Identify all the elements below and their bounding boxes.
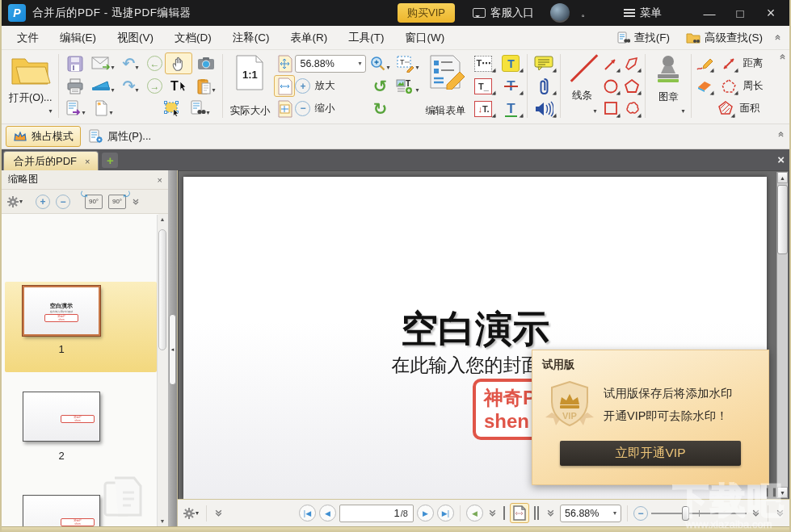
page-number-input[interactable]: 1/8: [339, 505, 414, 522]
advanced-find-button[interactable]: 高级查找(S): [678, 31, 771, 45]
new-document-button[interactable]: ▾: [89, 98, 116, 119]
scan-button[interactable]: ▾: [89, 75, 116, 97]
area-tool-button[interactable]: [715, 98, 736, 119]
menu-edit[interactable]: 编辑(E): [49, 27, 107, 49]
next-page-button[interactable]: ▶: [417, 505, 434, 522]
menubar-collapse-icon[interactable]: [774, 34, 781, 41]
add-sound-button[interactable]: [530, 98, 557, 119]
zoom-in-button[interactable]: +放大: [295, 77, 334, 96]
clipboard-dropdown-arrow[interactable]: ▾: [212, 86, 215, 97]
previous-page-button[interactable]: ◀: [319, 505, 336, 522]
stamp-dropdown-arrow[interactable]: ▾: [681, 107, 684, 118]
menu-comment[interactable]: 注释(C): [222, 27, 280, 49]
redo-button[interactable]: ↷▾: [116, 75, 144, 97]
statusbar-more-icon[interactable]: [212, 507, 225, 519]
save-button[interactable]: [61, 52, 89, 74]
clipboard-button[interactable]: ▾: [192, 75, 220, 97]
pencil-tool-button[interactable]: [694, 52, 715, 74]
menu-tools[interactable]: 工具(T): [338, 27, 394, 49]
view-more-icon[interactable]: [545, 507, 557, 519]
select-annotation-button[interactable]: [158, 98, 186, 119]
close-button[interactable]: ×: [759, 4, 783, 22]
select-text-button[interactable]: T: [165, 75, 192, 97]
menu-button[interactable]: 菜单: [624, 6, 662, 20]
rotate-right-90-button[interactable]: 90°: [107, 193, 128, 211]
scroll-up-icon[interactable]: ▲: [158, 215, 166, 224]
rotate-left-button[interactable]: ↺: [366, 75, 393, 97]
export-button[interactable]: ▾: [61, 98, 89, 119]
email-dropdown-arrow[interactable]: ▾: [111, 64, 114, 74]
underline-text-button[interactable]: T: [497, 98, 524, 119]
zoom-slider-handle[interactable]: [682, 506, 689, 521]
minimize-button[interactable]: —: [697, 4, 722, 22]
scroll-down-icon[interactable]: ▼: [158, 517, 166, 526]
undo-button[interactable]: ↶▾: [116, 52, 144, 74]
zoom-out-button[interactable]: −缩小: [295, 98, 334, 118]
menu-view[interactable]: 视图(V): [107, 27, 164, 49]
menu-window[interactable]: 窗口(W): [395, 27, 456, 49]
textbox-button[interactable]: T_: [469, 75, 497, 97]
menu-document[interactable]: 文档(D): [164, 27, 222, 49]
last-page-button[interactable]: ▶|: [437, 505, 454, 522]
doc-scroll-down-icon[interactable]: ▼: [777, 487, 788, 498]
document-scrollbar[interactable]: ▲ ▼: [776, 172, 788, 498]
perimeter-label[interactable]: 周长: [743, 79, 763, 93]
email-button[interactable]: ▾: [89, 52, 116, 74]
thumbnail-scrollbar-thumb[interactable]: [158, 229, 166, 350]
export-dropdown-arrow[interactable]: ▾: [82, 109, 85, 119]
thumbnail-page-2[interactable]: 神奇Pshen: [23, 392, 100, 442]
distance-label[interactable]: 距离: [743, 57, 763, 70]
shrink-thumbnails-button[interactable]: −: [54, 193, 72, 211]
statusbar-zoom-combobox[interactable]: 56.88% ▾: [560, 505, 621, 522]
note-comment-button[interactable]: [530, 52, 557, 74]
search-document-button[interactable]: ▾: [186, 98, 213, 119]
attach-file-button[interactable]: [530, 75, 557, 97]
perimeter-tool-button[interactable]: [718, 75, 739, 97]
maximize-button[interactable]: □: [728, 4, 752, 22]
thumbnail-scrollbar[interactable]: ▲ ▼: [157, 215, 167, 526]
statusbar-end-more-icon[interactable]: [774, 507, 786, 519]
support-entry-button[interactable]: 客服入口: [473, 6, 534, 20]
fit-width-view-button[interactable]: [510, 503, 529, 523]
panel-close-icon[interactable]: ×: [158, 175, 162, 185]
fit-width-button[interactable]: [274, 75, 295, 97]
single-page-view-button[interactable]: [502, 505, 507, 521]
area-label[interactable]: 面积: [739, 102, 759, 115]
line-tool-button[interactable]: 线条 ▾: [563, 52, 600, 120]
distance-tool-button[interactable]: [718, 52, 739, 74]
print-button[interactable]: [61, 75, 89, 97]
document-tab[interactable]: 合并后的PDF ×: [3, 151, 99, 170]
toolbar-collapse-icon[interactable]: [779, 53, 786, 61]
hand-tool-button[interactable]: [165, 52, 192, 74]
add-content-dropdown-arrow[interactable]: ▾: [415, 86, 419, 97]
eraser-tool-button[interactable]: [694, 75, 715, 97]
options-dropdown-arrow[interactable]: ▾: [19, 198, 23, 208]
new-doc-dropdown-arrow[interactable]: ▾: [109, 109, 112, 119]
rotate-left-90-button[interactable]: 90°: [83, 193, 104, 211]
tab-close-icon[interactable]: ×: [85, 157, 90, 166]
redo-dropdown-arrow[interactable]: ▾: [135, 86, 138, 97]
open-vip-button[interactable]: 立即开通VIP: [560, 441, 741, 466]
edit-text-button[interactable]: T ▾: [393, 52, 421, 74]
strikeout-text-button[interactable]: T: [497, 75, 524, 97]
previous-view-button-bottom[interactable]: ◀: [466, 505, 483, 522]
highlight-text-button[interactable]: T: [497, 52, 524, 74]
new-tab-button[interactable]: +: [102, 153, 118, 168]
thumbnail-page-1[interactable]: 空白演示 在此输入您的封面副 神奇Pshen: [23, 286, 100, 336]
thumbnail-options-button[interactable]: ▾: [5, 194, 24, 210]
rotate-right-button[interactable]: ↻: [366, 98, 393, 119]
enlarge-thumbnails-button[interactable]: +: [34, 193, 52, 211]
statusbar-options-button[interactable]: ▾: [181, 505, 200, 522]
arrow-tool-button[interactable]: [600, 52, 621, 74]
user-avatar[interactable]: [550, 3, 570, 23]
slider-more-icon[interactable]: [750, 507, 762, 519]
next-view-button[interactable]: →: [144, 75, 165, 97]
two-page-view-button[interactable]: [532, 505, 541, 521]
edit-form-button[interactable]: 编辑表单: [421, 52, 469, 120]
typewriter-button[interactable]: T⋯: [469, 52, 497, 74]
find-button[interactable]: 查找(F): [609, 31, 678, 45]
menu-file[interactable]: 文件: [6, 27, 49, 49]
callout-button[interactable]: ↓T.: [469, 98, 497, 119]
panel-splitter[interactable]: ◂: [168, 170, 177, 526]
polyline-tool-button[interactable]: [621, 52, 642, 74]
